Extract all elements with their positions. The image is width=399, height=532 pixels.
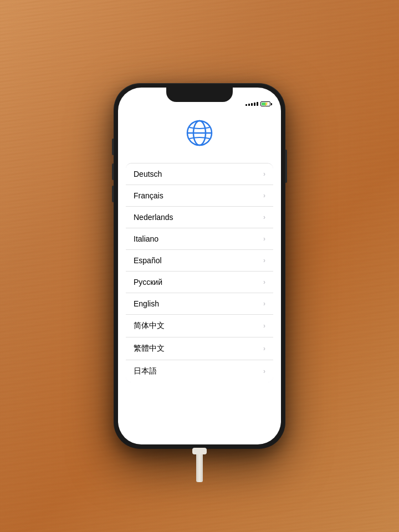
language-item-simplified-chinese[interactable]: 简体中文 › xyxy=(126,315,273,337)
language-name-russian: Русский xyxy=(134,278,162,287)
chevron-nederlands-icon: › xyxy=(263,213,265,221)
language-item-nederlands[interactable]: Nederlands › xyxy=(126,207,273,228)
signal-icon xyxy=(245,102,258,106)
chevron-japanese-icon: › xyxy=(263,367,265,375)
language-name-simplified-chinese: 简体中文 xyxy=(134,321,165,331)
chevron-russian-icon: › xyxy=(263,278,265,286)
chevron-deutsch-icon: › xyxy=(263,170,265,178)
chevron-simplified-chinese-icon: › xyxy=(263,322,265,330)
chevron-francais-icon: › xyxy=(263,192,265,200)
language-name-italiano: Italiano xyxy=(134,234,158,243)
screen-content: Deutsch › Français › Nederlands › Italia… xyxy=(118,109,281,444)
battery-icon: ⚡ xyxy=(260,101,272,106)
language-item-deutsch[interactable]: Deutsch › xyxy=(126,163,273,185)
language-name-english: English xyxy=(134,299,159,308)
language-item-english[interactable]: English › xyxy=(126,293,273,315)
language-name-nederlands: Nederlands xyxy=(134,213,173,222)
language-name-traditional-chinese: 繁體中文 xyxy=(134,344,165,354)
language-list: Deutsch › Français › Nederlands › Italia… xyxy=(118,163,281,444)
language-name-japanese: 日本語 xyxy=(134,366,157,376)
language-list-inner: Deutsch › Français › Nederlands › Italia… xyxy=(126,163,273,382)
language-item-russian[interactable]: Русский › xyxy=(126,272,273,293)
language-item-italiano[interactable]: Italiano › xyxy=(126,228,273,250)
language-item-traditional-chinese[interactable]: 繁體中文 › xyxy=(126,337,273,360)
status-icons: ⚡ xyxy=(245,101,272,106)
phone-screen: ⚡ Deutsch xyxy=(118,88,281,444)
globe-icon xyxy=(185,119,214,150)
language-item-espanol[interactable]: Español › xyxy=(126,250,273,272)
language-item-francais[interactable]: Français › xyxy=(126,185,273,207)
chevron-espanol-icon: › xyxy=(263,257,265,264)
language-name-deutsch: Deutsch xyxy=(134,170,162,178)
language-name-francais: Français xyxy=(134,191,163,200)
phone-device: ⚡ Deutsch xyxy=(114,83,285,449)
language-name-espanol: Español xyxy=(134,256,162,265)
language-item-japanese[interactable]: 日本語 › xyxy=(126,360,273,382)
notch xyxy=(166,88,233,102)
chevron-italiano-icon: › xyxy=(263,235,265,243)
chevron-traditional-chinese-icon: › xyxy=(263,345,265,352)
chevron-english-icon: › xyxy=(263,300,265,308)
cable-area xyxy=(192,448,207,482)
cable-wire xyxy=(196,454,203,482)
cable-connector xyxy=(192,448,207,454)
